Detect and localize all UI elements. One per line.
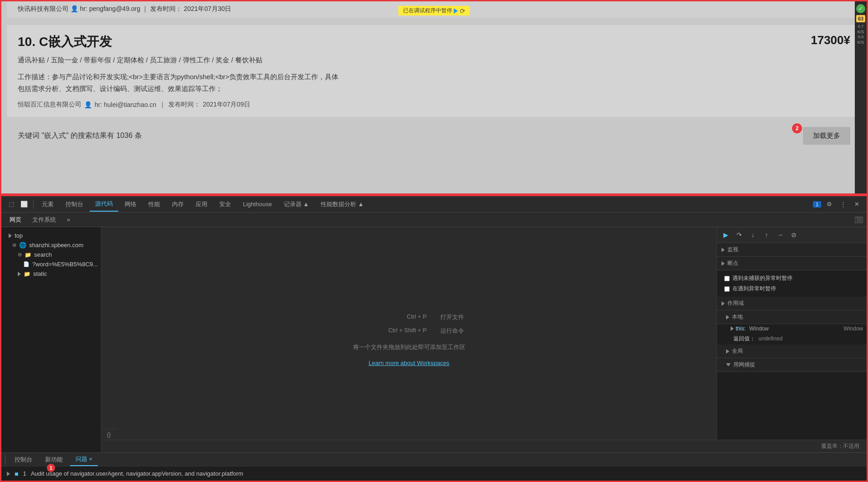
tab-filesystem[interactable]: 文件系统 — [28, 214, 61, 226]
scope-expand-icon — [722, 301, 725, 306]
job-description: 工作描述：参与产品讨论和开发实现;<br>主要语言为python/shell;<… — [18, 71, 850, 94]
bottom-tab-issues[interactable]: 问题 × — [70, 453, 98, 466]
tab-recorder[interactable]: 记录器 ▲ — [278, 198, 314, 211]
devtools-area: ⬚ ⬜ 元素 控制台 源代码 网络 性能 内存 应用 安全 Lighthouse… — [0, 195, 868, 482]
step-button[interactable]: → — [775, 230, 785, 240]
tab-application[interactable]: 应用 — [190, 198, 213, 211]
inspect-icon[interactable]: ⬚ — [6, 199, 17, 209]
coverage-bar: 覆盖率：不适用 — [101, 440, 867, 452]
folder-label-search: search — [34, 251, 52, 258]
breakpoints-content: 遇到未捕获的异常时暂停 在遇到异常时暂停 — [717, 270, 867, 297]
this-expand-icon — [731, 326, 734, 331]
json-editor-btn[interactable]: {} — [101, 429, 116, 440]
load-more-button[interactable]: 加载更多 — [803, 127, 850, 145]
debugger-paused-badge: 已在调试程序中暂停 ⟳ — [399, 6, 470, 15]
tab-security[interactable]: 安全 — [214, 198, 237, 211]
local-section-header[interactable]: 本地 — [717, 310, 867, 324]
contact-info-top: hr: pengfang@49.org — [80, 5, 141, 12]
issue-icon: ■ — [15, 470, 18, 477]
scope-section-header[interactable]: 作用域 — [717, 297, 867, 310]
devtools-main: 1 top ⊖ 🌐 shanzhi.spbeen.com ⊖ 📁 search … — [1, 227, 867, 452]
shortcut-label-run: 运行命令 — [440, 327, 464, 335]
code-area: {} Ctrl + P 打开文件 Ctrl + Shift + P 运行命令 将… — [101, 227, 717, 452]
company-name-top: 快讯科技有限公司 — [18, 5, 69, 12]
speed-up-unit: K/S — [858, 30, 864, 35]
right-panel: ✓ 63 0.7 K/S 0.0 K/S — [855, 1, 867, 195]
tab-more-fs[interactable]: » — [62, 214, 75, 225]
green-check-icon: ✓ — [856, 4, 865, 13]
exception-checkbox-input-2[interactable] — [724, 286, 730, 292]
breakpoints-expand-icon — [722, 261, 725, 266]
exception-checkbox-2[interactable]: 在遇到异常时暂停 — [724, 284, 859, 294]
issue-number: 1 — [23, 470, 26, 477]
play-icon[interactable] — [454, 8, 458, 14]
shortcut-open-file: Ctrl + P 打开文件 — [354, 313, 464, 321]
speed-up: 0.7 — [858, 24, 864, 30]
contact-icon-top: 👤 — [71, 5, 78, 12]
global-expand-icon — [726, 349, 729, 354]
local-expand-icon — [726, 315, 729, 320]
badge-red: 2 — [792, 123, 802, 133]
watch-section-header[interactable]: 监视 — [717, 243, 867, 257]
tab-perf-insights[interactable]: 性能数据分析 ▲ — [315, 198, 369, 211]
domain-label: shanzhi.spbeen.com — [29, 242, 83, 249]
tab-webpage[interactable]: 网页 — [5, 214, 26, 226]
step-out-button[interactable]: ↑ — [762, 230, 772, 240]
publish-label-top: 发布时间： — [150, 5, 182, 12]
issues-row: ■ 1 Audit usage of navigator.userAgent, … — [1, 466, 867, 481]
folder-label-static: static — [33, 270, 47, 277]
paused-badge-text: 已在调试程序中暂停 — [403, 7, 452, 15]
file-icon-query: 📄 — [23, 261, 30, 267]
speed-down: 0.0 — [858, 35, 864, 40]
tab-performance[interactable]: 性能 — [143, 198, 166, 211]
file-tree-domain[interactable]: ⊖ 🌐 shanzhi.spbeen.com — [1, 240, 101, 250]
file-tree-query[interactable]: 📄 ?word=%E5%B5%8C9... — [1, 259, 101, 269]
device-icon[interactable]: ⬜ — [18, 199, 30, 209]
local-label: 本地 — [732, 313, 743, 321]
job-company: 恒聪百汇信息有限公司 👤 hr: hulei@tianzhao.cn ｜ 发布时… — [18, 101, 850, 109]
breakpoints-section-header[interactable]: 断点 — [717, 257, 867, 270]
shortcut-label-open: 打开文件 — [440, 313, 464, 321]
file-tree: 1 top ⊖ 🌐 shanzhi.spbeen.com ⊖ 📁 search … — [1, 227, 101, 452]
file-tree-search[interactable]: ⊖ 📁 search — [1, 250, 101, 259]
exception-checkbox-1[interactable]: 遇到未捕获的异常时暂停 — [724, 273, 859, 284]
company-name: 恒聪百汇信息有限公司 — [18, 101, 81, 109]
this-val: Window — [749, 325, 769, 332]
shortcuts-area: Ctrl + P 打开文件 Ctrl + Shift + P 运行命令 — [354, 313, 464, 335]
network-capture-expand-icon — [726, 363, 731, 366]
exception-checkbox-input-1[interactable] — [724, 276, 730, 281]
tab-elements[interactable]: 元素 — [36, 198, 59, 211]
more-options-icon[interactable]: ⋮ — [838, 199, 849, 209]
return-val: undefined — [758, 335, 782, 342]
file-tree-static[interactable]: 📁 static — [1, 269, 101, 279]
watch-expand-icon — [722, 248, 725, 252]
yellow-number-badge: 63 — [856, 15, 865, 22]
chat-badge: 1 — [813, 201, 821, 208]
resume-button[interactable]: ▶ — [721, 230, 731, 240]
expand-icon[interactable]: ⬛ — [855, 217, 863, 223]
tab-network[interactable]: 网络 — [119, 198, 142, 211]
bottom-tab-console[interactable]: 控制台 — [9, 454, 38, 466]
workspace-link[interactable]: Learn more about Workspaces — [368, 360, 449, 366]
global-section-header[interactable]: 全局 — [717, 345, 867, 358]
top-label: top — [15, 232, 23, 239]
deactivate-breakpoints-button[interactable]: ⊘ — [789, 230, 799, 240]
devtools-right-icons: 1 ⚙ ⋮ ✕ — [813, 199, 862, 209]
file-tree-top[interactable]: top — [1, 231, 101, 240]
tab-lighthouse[interactable]: Lighthouse — [237, 198, 278, 210]
debugger-panel: ▶ ↷ ↓ ↑ → ⊘ 监视 断点 遇到未捕获的异常时暂停 — [717, 227, 867, 452]
brace-icon: {} — [107, 431, 111, 438]
job-salary: 17300¥ — [811, 33, 850, 47]
shortcut-keys-run: Ctrl + Shift + P — [354, 327, 427, 335]
network-capture-label: 用网捕捉 — [733, 361, 755, 369]
close-icon[interactable]: ✕ — [852, 199, 862, 209]
network-capture-header[interactable]: 用网捕捉 — [717, 358, 867, 372]
job-benefits: 通讯补贴 / 五险一金 / 带薪年假 / 定期体检 / 员工旅游 / 弹性工作 … — [18, 56, 850, 65]
step-over-button[interactable]: ↷ — [734, 230, 744, 240]
contact-icon: 👤 — [84, 101, 92, 108]
tab-memory[interactable]: 内存 — [167, 198, 189, 211]
tab-sources[interactable]: 源代码 — [90, 197, 118, 212]
tab-console[interactable]: 控制台 — [60, 198, 89, 211]
settings-icon[interactable]: ⚙ — [824, 199, 835, 209]
step-into-button[interactable]: ↓ — [748, 230, 758, 240]
